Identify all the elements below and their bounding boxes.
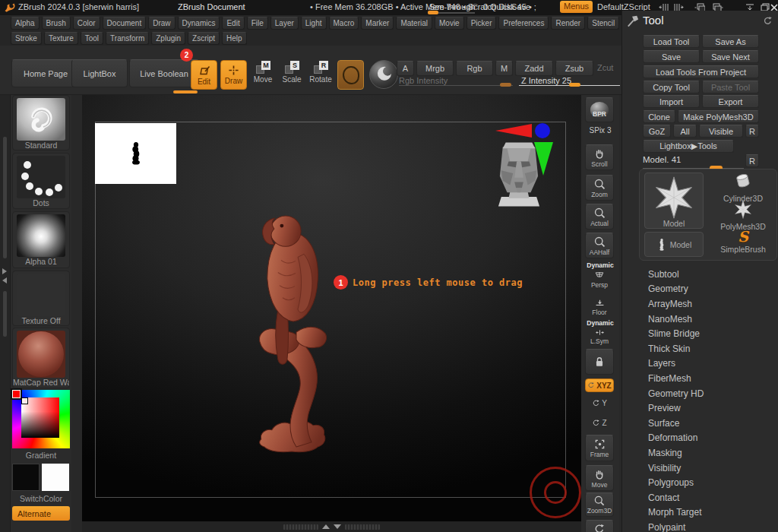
menu-alpha[interactable]: Alpha (11, 17, 40, 30)
rotate-y-button[interactable]: Y (585, 395, 614, 410)
current-brush-card[interactable]: Standard (12, 95, 70, 150)
rotate-z-button[interactable]: Z (585, 415, 614, 430)
rotate-button[interactable]: R Rotate (305, 61, 336, 84)
lsym-button[interactable]: L.Sym (585, 326, 614, 346)
section-subtool[interactable]: Subtool (622, 267, 778, 282)
section-polygroups[interactable]: Polygroups (622, 475, 778, 490)
menu-help[interactable]: Help (222, 32, 247, 45)
gizmo-z-dot[interactable] (535, 123, 550, 138)
menu-texture[interactable]: Texture (44, 32, 78, 45)
tool-panel-refresh-icon[interactable] (762, 15, 773, 27)
section-morph-target[interactable]: Morph Target (622, 505, 778, 521)
load-tools-from-project-button[interactable]: Load Tools From Project (643, 65, 759, 78)
section-slime-bridge[interactable]: Slime Bridge (622, 326, 778, 341)
goz-button[interactable]: GoZ (643, 125, 671, 138)
local-transform-button[interactable] (585, 349, 614, 375)
zsub-button[interactable]: Zsub (555, 61, 593, 76)
bpr-button[interactable]: BPR (585, 97, 614, 122)
zoom3d-button[interactable]: Zoom3D (585, 492, 614, 517)
menu-marker[interactable]: Marker (361, 17, 394, 30)
texture-thumb[interactable] (17, 274, 65, 316)
polymesh3d-thumb[interactable]: PolyMesh3D (713, 200, 773, 231)
section-arraymesh[interactable]: ArrayMesh (622, 296, 778, 312)
current-texture-card[interactable]: Texture Off (12, 271, 70, 326)
menu-file[interactable]: File (247, 17, 268, 30)
section-thick-skin[interactable]: Thick Skin (622, 341, 778, 356)
copy-tool-button[interactable]: Copy Tool (643, 81, 700, 93)
menu-color[interactable]: Color (73, 17, 100, 30)
tray-close-arrow-icon[interactable] (2, 277, 7, 283)
floor-button[interactable]: Floor (585, 297, 614, 317)
menu-picker[interactable]: Picker (466, 17, 497, 30)
rotate-xyz-button[interactable]: XYZ (585, 378, 614, 392)
persp-button[interactable]: Persp (585, 268, 614, 290)
switchcolor-button[interactable]: SwitchColor (12, 494, 70, 503)
tool-slider-r-button[interactable]: R (745, 154, 759, 167)
tray-open-arrow-icon[interactable] (2, 268, 7, 274)
draw-button[interactable]: Draw (220, 60, 247, 90)
zadd-button[interactable]: Zadd (515, 61, 553, 76)
menu-document[interactable]: Document (103, 17, 147, 30)
menu-zplugin[interactable]: Zplugin (151, 32, 185, 45)
section-surface[interactable]: Surface (622, 416, 778, 431)
load-tool-button[interactable]: Load Tool (643, 35, 700, 48)
move-3d-button[interactable]: Move (585, 465, 614, 491)
matcap-thumb[interactable] (17, 331, 65, 378)
z-intensity-handle[interactable] (569, 83, 580, 87)
section-preview[interactable]: Preview (622, 401, 778, 416)
actual-button[interactable]: Actual (585, 204, 614, 230)
menu-render[interactable]: Render (551, 17, 585, 30)
section-deformation[interactable]: Deformation (622, 431, 778, 446)
lightbox-tools-button[interactable]: Lightbox▶Tools (643, 140, 734, 153)
home-page-button[interactable]: Home Page (11, 59, 80, 87)
menu-macro[interactable]: Macro (329, 17, 359, 30)
frame-button[interactable]: Frame (585, 435, 614, 461)
current-color-swatch[interactable] (12, 390, 21, 398)
m-button[interactable]: M (495, 61, 513, 76)
scale-button[interactable]: S Scale (277, 61, 307, 84)
section-visibility[interactable]: Visibility (622, 461, 778, 476)
tray-down-arrow-icon[interactable] (334, 524, 341, 529)
menu-transform[interactable]: Transform (106, 32, 149, 45)
menu-layer[interactable]: Layer (270, 17, 299, 30)
standard-brush-thumb[interactable] (17, 98, 65, 141)
zcut-button[interactable]: Zcut (597, 63, 613, 72)
menu-brush[interactable]: Brush (42, 17, 71, 30)
section-fibermesh[interactable]: FiberMesh (622, 371, 778, 386)
save-as-button[interactable]: Save As (702, 35, 759, 48)
clone-button[interactable]: Clone (643, 110, 675, 123)
edit-button[interactable]: Edit (191, 60, 217, 90)
menu-movie[interactable]: Movie (435, 17, 464, 30)
save-button[interactable]: Save (643, 50, 700, 63)
rgb-button[interactable]: Rgb (456, 61, 493, 76)
menu-tool[interactable]: Tool (81, 32, 103, 45)
mrgb-button[interactable]: Mrgb (416, 61, 454, 76)
main-color-swatch[interactable] (12, 464, 40, 491)
left-scrollbar-thumb[interactable] (3, 137, 7, 258)
alternate-button[interactable]: Alternate (12, 506, 70, 521)
divider-grip-right[interactable] (345, 524, 380, 530)
shelf-resize-handle[interactable] (173, 90, 198, 93)
color-picker[interactable] (12, 390, 70, 448)
see-through-slider-handle[interactable] (428, 11, 438, 14)
gizmo-x-arrow[interactable] (495, 124, 532, 138)
menu-light[interactable]: Light (301, 17, 327, 30)
tray-up-arrow-icon[interactable] (322, 524, 330, 529)
alpha-thumb[interactable] (17, 214, 65, 257)
current-material-card[interactable]: MatCap Red Wax (12, 328, 70, 388)
section-polypaint[interactable]: Polypaint (622, 520, 778, 532)
model-statue-thumb[interactable]: Model (644, 232, 704, 257)
aahalf-button[interactable]: AAHalf (585, 233, 614, 258)
rotate-3d-button[interactable]: Rotate (585, 520, 614, 532)
section-geometry-hd[interactable]: Geometry HD (622, 386, 778, 401)
color-picker-cursor[interactable] (22, 398, 27, 404)
goz-all-button[interactable]: All (673, 125, 697, 138)
current-material-button[interactable] (369, 60, 398, 89)
scroll-button[interactable]: Scroll (585, 144, 614, 170)
current-alpha-card[interactable]: Alpha 01 (12, 211, 70, 268)
simplebrush-thumb[interactable]: S SimpleBrush (713, 229, 773, 254)
divider-grip-left[interactable] (283, 524, 318, 530)
menu-zscript[interactable]: Zscript (188, 32, 220, 45)
menus-button[interactable]: Menus (560, 1, 593, 13)
goz-r-button[interactable]: R (745, 125, 759, 138)
